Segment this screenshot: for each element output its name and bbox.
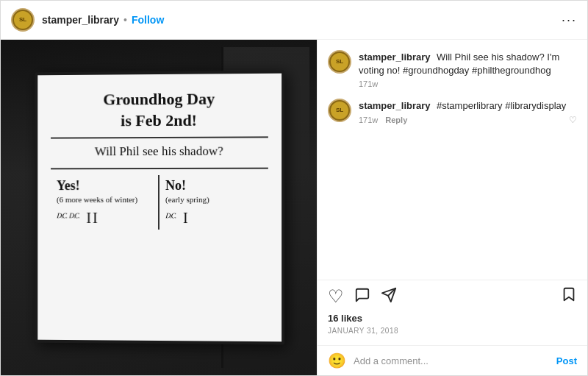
post-date: January 31, 2018 xyxy=(328,327,577,335)
comment-icon[interactable] xyxy=(354,287,370,306)
comment-body-2: stamper_library #stamperlibrary #library… xyxy=(359,99,577,125)
no-tally: 𝄊 I xyxy=(165,210,262,227)
comment-username-1[interactable]: stamper_library xyxy=(359,52,431,63)
comment-avatar-2[interactable]: SL xyxy=(328,99,351,122)
yes-label: Yes! xyxy=(57,178,152,194)
reply-button[interactable]: Reply xyxy=(385,116,407,124)
more-options-button[interactable]: ··· xyxy=(562,13,577,28)
post-header: SL stamper_library • Follow ··· xyxy=(1,1,587,40)
right-panel: SL stamper_library Will Phil see his sha… xyxy=(317,40,587,375)
comment-avatar-1[interactable]: SL xyxy=(328,50,351,74)
main-content: Groundhog Dayis Feb 2nd! Will Phil see h… xyxy=(1,40,587,375)
comment-like-icon[interactable]: ♡ xyxy=(569,115,577,125)
whiteboard-question: Will Phil see his shadow? xyxy=(51,144,268,160)
whiteboard-display: Groundhog Dayis Feb 2nd! Will Phil see h… xyxy=(35,71,284,345)
header-separator: • xyxy=(123,14,127,26)
whiteboard-title: Groundhog Dayis Feb 2nd! xyxy=(51,88,268,132)
share-icon[interactable] xyxy=(381,287,397,306)
likes-count: 16 likes xyxy=(328,313,577,324)
whiteboard-no-col: No! (early spring) 𝄊 I xyxy=(159,175,268,230)
actions-bar: ♡ 16 likes xyxy=(318,280,587,345)
post-image: Groundhog Dayis Feb 2nd! Will Phil see h… xyxy=(1,40,317,375)
comment-text-2: #stamperlibrary #librarydisplay xyxy=(437,100,566,111)
comment-username-2[interactable]: stamper_library xyxy=(359,100,431,111)
yes-tally: 𝄊𝄊 II xyxy=(57,210,152,227)
whiteboard-yes-col: Yes! (6 more weeks of winter) 𝄊𝄊 II xyxy=(51,175,159,230)
bookmark-icon[interactable] xyxy=(561,286,577,307)
comment-time-1: 171w xyxy=(359,79,378,88)
comment-item-2: SL stamper_library #stamperlibrary #libr… xyxy=(328,99,577,125)
emoji-icon[interactable]: 🙂 xyxy=(328,352,346,369)
post-comment-button[interactable]: Post xyxy=(556,355,577,366)
comment-item: SL stamper_library Will Phil see his sha… xyxy=(328,50,577,88)
comment-input[interactable] xyxy=(354,355,556,366)
comment-input-area: 🙂 Post xyxy=(318,345,587,375)
no-label: No! xyxy=(165,178,262,194)
no-sublabel: (early spring) xyxy=(165,195,262,204)
yes-sublabel: (6 more weeks of winter) xyxy=(57,195,152,204)
comments-section: SL stamper_library Will Phil see his sha… xyxy=(318,40,587,280)
like-icon[interactable]: ♡ xyxy=(328,288,344,305)
header-username[interactable]: stamper_library xyxy=(42,14,119,26)
comment-time-2: 171w xyxy=(359,116,378,124)
header-avatar[interactable]: SL xyxy=(11,8,35,32)
comment-body-1: stamper_library Will Phil see his shadow… xyxy=(359,50,577,88)
follow-button[interactable]: Follow xyxy=(132,14,164,26)
